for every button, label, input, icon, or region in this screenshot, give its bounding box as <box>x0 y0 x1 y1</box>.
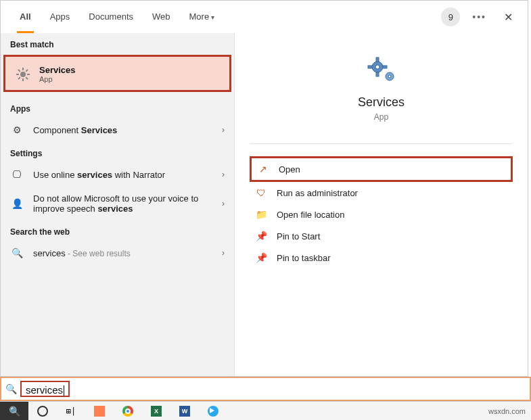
result-component-services[interactable]: ⚙ Component Services › <box>1 118 234 142</box>
details-subtitle: App <box>241 112 521 122</box>
shield-icon: 🛡 <box>255 187 267 198</box>
chevron-right-icon: › <box>222 199 225 208</box>
svg-rect-14 <box>383 66 387 68</box>
result-label: Component Services <box>33 125 212 135</box>
filter-tabs: All Apps Documents Web More 9 ••• ✕ <box>1 1 528 33</box>
tab-documents[interactable]: Documents <box>79 1 143 33</box>
svg-point-10 <box>375 65 379 69</box>
tab-all[interactable]: All <box>10 1 41 33</box>
more-options-icon[interactable]: ••• <box>472 11 486 22</box>
action-run-admin[interactable]: 🛡 Run as administrator <box>250 182 513 204</box>
chevron-right-icon: › <box>222 248 225 258</box>
tab-more[interactable]: More <box>180 1 224 33</box>
results-list: Best match Services App Apps ⚙ Component… <box>1 33 234 376</box>
action-label: Run as administrator <box>277 188 358 198</box>
chevron-right-icon: › <box>222 125 225 135</box>
pin-icon: 📌 <box>255 252 267 263</box>
taskbar: 🔍 ⊞| X W wsxdn.com <box>0 401 531 420</box>
taskbar-app-icon[interactable] <box>85 402 114 421</box>
search-icon: 🔍 <box>10 248 24 258</box>
action-label: Open <box>279 164 300 174</box>
details-pane: Services App ↗ Open 🛡 Run as administrat… <box>234 33 528 376</box>
result-narrator-services[interactable]: 🖵 Use online services with Narrator › <box>1 162 234 187</box>
section-best-match: Best match <box>1 33 234 53</box>
action-open[interactable]: ↗ Open <box>250 156 513 182</box>
best-match-subtitle: App <box>39 75 76 83</box>
taskbar-telegram-icon[interactable] <box>199 402 227 421</box>
svg-point-16 <box>388 75 391 78</box>
action-pin-start[interactable]: 📌 Pin to Start <box>250 225 513 247</box>
gear-icon: ⚙ <box>10 124 24 135</box>
search-icon: 🔍 <box>1 383 20 394</box>
result-label: services - See web results <box>33 248 212 258</box>
best-match-title: Services <box>39 65 76 75</box>
reward-badge[interactable]: 9 <box>441 7 460 26</box>
pin-icon: 📌 <box>255 231 267 241</box>
svg-rect-12 <box>376 72 379 76</box>
tab-web[interactable]: Web <box>143 1 180 33</box>
person-icon: 👤 <box>10 198 24 209</box>
result-label: Do not allow Microsoft to use your voice… <box>33 193 212 214</box>
taskbar-cortana-icon[interactable] <box>28 402 57 421</box>
text-caret <box>64 386 64 396</box>
svg-point-0 <box>20 72 26 77</box>
section-web: Search the web <box>1 220 234 241</box>
action-file-location[interactable]: 📁 Open file location <box>250 204 513 225</box>
search-box[interactable]: 🔍 services <box>0 377 531 401</box>
services-app-icon <box>364 53 399 86</box>
result-speech-services[interactable]: 👤 Do not allow Microsoft to use your voi… <box>1 187 234 220</box>
taskbar-search-icon[interactable]: 🔍 <box>0 402 28 421</box>
divider <box>250 143 513 144</box>
taskbar-word-icon[interactable]: W <box>170 402 199 421</box>
svg-line-6 <box>26 77 28 79</box>
folder-icon: 📁 <box>255 209 267 220</box>
svg-line-8 <box>26 69 28 71</box>
taskbar-chrome-icon[interactable] <box>114 402 142 421</box>
close-icon[interactable]: ✕ <box>499 11 518 24</box>
result-web-services[interactable]: 🔍 services - See web results › <box>1 241 234 265</box>
section-settings: Settings <box>1 142 234 162</box>
search-input[interactable]: services <box>20 381 70 397</box>
svg-rect-13 <box>368 66 372 68</box>
chevron-right-icon: › <box>222 170 225 179</box>
details-title: Services <box>241 95 521 110</box>
action-label: Pin to taskbar <box>277 253 331 263</box>
search-results-panel: All Apps Documents Web More 9 ••• ✕ Best… <box>0 0 528 377</box>
action-label: Open file location <box>277 210 344 220</box>
taskbar-excel-icon[interactable]: X <box>142 402 170 421</box>
section-apps: Apps <box>1 97 234 118</box>
tab-apps[interactable]: Apps <box>41 1 80 33</box>
result-label: Use online services with Narrator <box>33 170 212 180</box>
taskbar-taskview-icon[interactable]: ⊞| <box>57 402 85 421</box>
svg-rect-11 <box>376 57 379 62</box>
best-match-result[interactable]: Services App <box>3 55 231 92</box>
open-icon: ↗ <box>257 164 269 174</box>
watermark-text: wsxdn.com <box>488 407 531 415</box>
svg-line-5 <box>18 69 20 71</box>
svg-line-7 <box>18 77 20 79</box>
action-label: Pin to Start <box>277 231 320 241</box>
narrator-icon: 🖵 <box>10 169 24 180</box>
action-pin-taskbar[interactable]: 📌 Pin to taskbar <box>250 247 513 269</box>
gear-icon <box>15 66 31 83</box>
